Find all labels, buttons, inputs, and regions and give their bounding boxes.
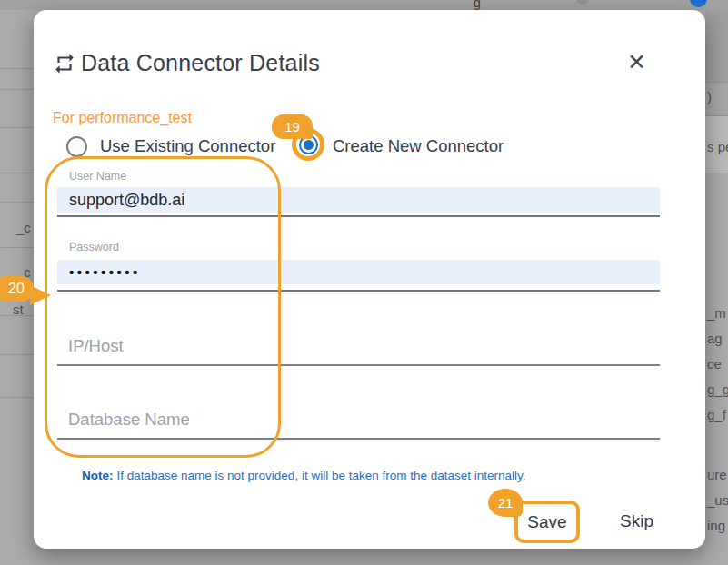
annotation-step-badge-20: 20	[0, 276, 34, 302]
bg-row-divider	[705, 82, 728, 83]
bg-text-fragment: ing	[707, 518, 725, 533]
bg-text-fragment: st	[13, 302, 24, 317]
annotation-step-badge-19: 19	[272, 114, 313, 139]
skip-button[interactable]: Skip	[620, 511, 653, 531]
connector-mode-radio-group: Use Existing Connector 19 Create New Con…	[34, 134, 705, 164]
note-body: If database name is not provided, it wil…	[117, 469, 526, 482]
username-input[interactable]: support@bdb.ai	[57, 187, 660, 213]
bg-text-fragment: _us	[707, 492, 728, 508]
username-label: User Name	[69, 170, 126, 183]
dialog-title-row: Data Connector Details	[53, 50, 320, 76]
bg-text-fragment: g_g	[707, 382, 728, 397]
ip-host-input[interactable]: IP/Host	[68, 336, 124, 356]
bg-row-divider	[705, 173, 728, 173]
note-label: Note:	[82, 469, 114, 482]
bg-row-divider	[0, 127, 34, 128]
bg-text-fragment: s pe	[707, 139, 728, 154]
radio-label-use-existing[interactable]: Use Existing Connector	[100, 136, 275, 156]
bg-row-divider	[0, 89, 34, 90]
bg-text-fragment: _m	[707, 305, 726, 321]
bg-row-divider	[0, 247, 34, 248]
password-input[interactable]: •••••••••	[57, 260, 660, 284]
bg-text-fragment: g	[474, 0, 481, 10]
bg-text-fragment: )	[707, 89, 712, 104]
bg-text-fragment: ce	[707, 356, 722, 372]
database-name-input[interactable]: Database Name	[68, 410, 190, 430]
header-user-avatar-icon	[690, 0, 707, 7]
ip-host-underline	[57, 364, 660, 366]
radio-selected-dot	[304, 140, 314, 150]
bg-text-fragment: g_f	[707, 407, 726, 422]
radio-use-existing-connector[interactable]	[66, 136, 87, 157]
bg-band	[705, 10, 728, 82]
close-icon[interactable]: ✕	[627, 51, 646, 74]
username-underline	[57, 215, 660, 217]
bg-row-divider	[0, 202, 34, 203]
save-button[interactable]: Save	[527, 512, 566, 532]
bg-text-fragment: ag	[707, 331, 723, 346]
bg-row-divider	[0, 173, 34, 173]
background-page-header: g	[0, 0, 728, 10]
repeat-arrows-icon	[53, 52, 76, 75]
bg-text-fragment: ure	[707, 467, 727, 482]
data-connector-details-dialog: Data Connector Details ✕ For performance…	[34, 10, 705, 549]
screen: g _c _c st ) s pe _m ag ce g_g g_f ure _…	[0, 0, 728, 565]
annotation-highlight-box: Save	[514, 501, 580, 543]
bg-text-fragment: _c	[16, 220, 31, 235]
note-text: Note:If database name is not provided, i…	[82, 469, 526, 482]
radio-label-create-new[interactable]: Create New Connector	[333, 136, 504, 156]
annotation-step-badge-21: 21	[488, 489, 523, 517]
bg-row-divider	[0, 68, 34, 69]
dialog-title: Data Connector Details	[81, 50, 320, 76]
bg-row-divider	[705, 115, 728, 116]
header-avatar-icon	[576, 0, 589, 5]
database-name-underline	[57, 438, 660, 440]
bg-row-divider	[0, 354, 34, 355]
dataset-subtitle: For performance_test	[53, 110, 192, 126]
bg-row-divider	[0, 397, 34, 398]
password-label: Password	[69, 241, 119, 253]
password-underline	[57, 290, 660, 292]
